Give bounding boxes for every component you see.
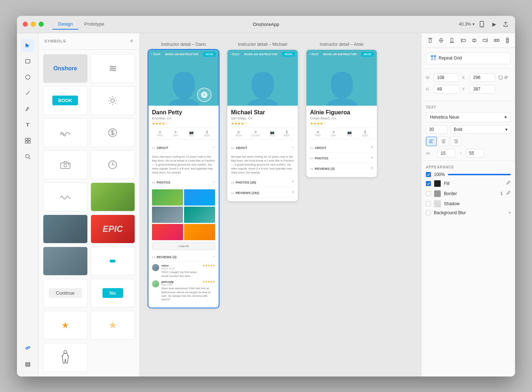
align-top-icon[interactable] [426,36,435,45]
align-right-icon[interactable] [481,36,489,45]
line-height-input[interactable] [466,149,484,158]
symbol-photo1[interactable] [91,182,135,211]
bg-blur-checkbox[interactable] [426,210,431,215]
alnie-photos-row[interactable]: 02PHOTOS + [310,153,373,163]
zoom-control[interactable]: 40.3% ▾ [459,22,475,27]
alnie-photos-toggle[interactable]: + [371,155,373,160]
border-color-swatch[interactable] [434,190,441,197]
michael-back-button[interactable]: ‹ Back [230,52,240,56]
dann-about-toggle[interactable]: − [213,145,215,150]
distribute-vertical-icon[interactable] [503,36,512,45]
shadow-checkbox[interactable] [426,201,431,206]
symbol-wave2[interactable] [43,182,88,211]
align-bottom-icon[interactable] [448,36,456,45]
dann-photos-row[interactable]: 02PHOTOS − [152,177,215,187]
rotation-control[interactable]: 0° [498,75,509,80]
line-tool[interactable] [21,87,34,100]
align-center-icon[interactable] [470,36,479,45]
pen-tool[interactable] [21,102,34,115]
repeat-grid-button[interactable]: Repeat Grid [426,52,511,64]
letter-spacing-input[interactable] [437,149,455,158]
phone-card-michael[interactable]: ‹ Back BOOK AN INSTRUCTOR BOOK 👤 Michael… [227,50,298,202]
dann-about-row[interactable]: 01ABOUT − [152,142,215,153]
fill-checkbox[interactable] [426,181,431,186]
phone-card-alnie[interactable]: ‹ Back BOOK AN INSTRUCTOR BOOK 👤 Alnie F… [306,50,377,177]
zoom-tool[interactable] [21,150,34,163]
book-button[interactable]: BOOK [203,52,216,57]
tab-design[interactable]: Design [52,19,78,30]
play-icon[interactable]: ▶ [490,21,498,28]
bg-blur-chevron-icon[interactable]: ▾ [509,211,511,215]
close-button[interactable] [23,22,28,27]
align-right-button[interactable] [450,137,461,146]
symbol-wind[interactable]: ≋ [91,54,135,83]
michael-about-row[interactable]: 01ABOUT − [231,142,294,153]
opacity-slider[interactable] [448,174,511,175]
michael-photos-toggle[interactable]: + [292,179,294,184]
symbol-waves[interactable] [43,118,88,147]
dann-reviews-toggle[interactable]: − [213,254,215,259]
fill-color-swatch[interactable] [434,180,441,187]
font-size-input[interactable] [426,125,448,134]
distribute-horizontal-icon[interactable] [492,36,501,45]
width-input[interactable] [434,73,459,82]
symbol-dollar[interactable] [91,118,135,147]
michael-book-button[interactable]: BOOK [282,52,295,57]
y-input[interactable] [470,85,495,93]
michael-about-toggle[interactable]: − [292,145,294,150]
symbol-photo4[interactable] [43,247,88,276]
michael-reviews-toggle[interactable]: + [292,190,294,195]
dann-photos-toggle[interactable]: − [213,179,215,184]
michael-reviews-row[interactable]: 03REVIEWS (192) + [231,187,294,198]
alnie-book-button[interactable]: BOOK [361,52,374,57]
layers-tool[interactable] [21,358,34,371]
align-left-button[interactable] [426,137,437,146]
symbol-photo3[interactable]: EPIC [91,215,135,243]
align-left-icon[interactable] [459,36,468,45]
share-icon[interactable] [502,21,509,28]
alnie-reviews-row[interactable]: 03REVIEWS (3) + [310,163,373,173]
fill-eyedropper-icon[interactable] [506,180,511,186]
shadow-color-swatch[interactable] [434,200,441,207]
dann-reviews-row[interactable]: 03REVIEWS (3) − [152,251,215,262]
back-button[interactable]: ‹ Back [151,52,161,56]
align-middle-icon[interactable] [437,36,445,45]
minimize-button[interactable] [31,22,36,27]
border-eyedropper-icon[interactable] [506,190,511,197]
opacity-checkbox[interactable] [426,172,431,177]
michael-photos-row[interactable]: 02PHOTOS (28) + [231,177,294,187]
select-tool[interactable] [21,39,34,52]
font-weight-selector[interactable]: Bold ▾ [450,125,511,134]
alnie-about-row[interactable]: 01ABOUT + [310,142,373,153]
component-tool[interactable] [21,134,34,147]
alnie-back-button[interactable]: ‹ Back [309,52,319,56]
symbol-logo[interactable]: Onshore [43,54,88,83]
font-family-selector[interactable]: Helvetica Neue ▾ [426,112,511,122]
x-input[interactable] [470,73,495,82]
symbol-book-button[interactable]: BOOK [43,86,88,115]
maximize-button[interactable] [39,22,44,27]
alnie-reviews-toggle[interactable]: + [371,166,373,171]
phone-card-dann[interactable]: ‹ Back BOOK AN INSTRUCTOR BOOK 👤 O [148,50,219,308]
symbol-photo2[interactable] [43,215,88,243]
symbol-no-button[interactable]: Continue [43,279,88,308]
symbol-continue-button[interactable] [91,247,135,276]
symbol-camera[interactable] [43,150,88,179]
device-preview-icon[interactable] [479,21,486,28]
alnie-about-toggle[interactable]: + [371,145,373,150]
symbol-yes-button[interactable]: No [91,279,135,308]
border-checkbox[interactable] [426,191,431,196]
symbol-clock[interactable] [91,150,135,179]
tab-prototype[interactable]: Prototype [78,19,110,30]
add-symbol-button[interactable]: + [130,38,134,45]
height-input[interactable] [434,85,459,93]
link-tool[interactable] [21,342,34,355]
ellipse-tool[interactable] [21,71,34,84]
rectangle-tool[interactable] [21,55,34,68]
symbol-star[interactable]: ★ [43,311,88,340]
symbol-wetsuit[interactable] [43,343,88,372]
load-more-button[interactable]: Load All [152,242,215,250]
align-center-button[interactable] [438,137,449,146]
text-tool[interactable]: T [21,118,34,131]
symbol-sun[interactable] [91,86,135,115]
